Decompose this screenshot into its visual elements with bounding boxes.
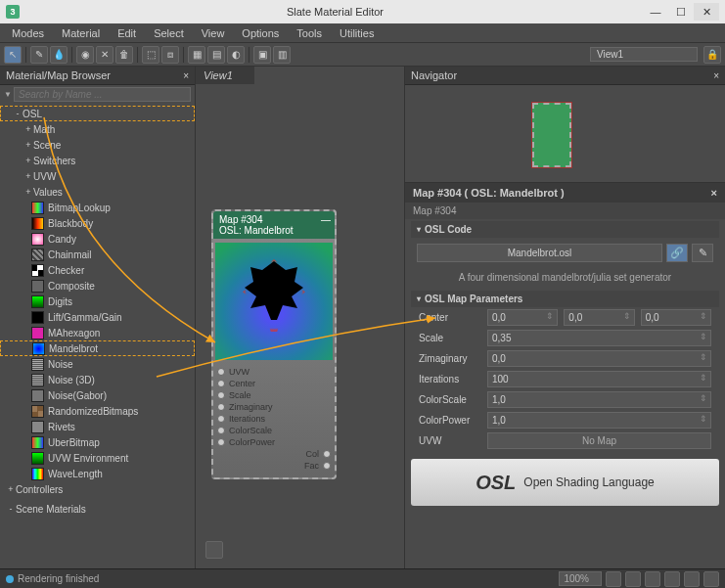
parent-icon[interactable]: ▣ bbox=[253, 46, 271, 64]
map-panel-close-icon[interactable]: × bbox=[711, 187, 717, 199]
menu-edit[interactable]: Edit bbox=[110, 25, 144, 41]
node-output-fac[interactable]: Fac bbox=[217, 460, 331, 472]
uvw-map-button[interactable]: No Map bbox=[487, 432, 711, 449]
tree-category-math[interactable]: +Math bbox=[0, 121, 195, 137]
node-input-zimaginary[interactable]: Zimaginary bbox=[217, 401, 331, 413]
map-panel-subtitle: Map #304 bbox=[405, 203, 725, 219]
node-input-uvw[interactable]: UVW bbox=[217, 366, 331, 378]
browser-close-icon[interactable]: × bbox=[183, 70, 189, 81]
tree-item-mahexagon[interactable]: MAhexagon bbox=[0, 325, 195, 340]
show-end-icon[interactable]: ▤ bbox=[207, 46, 225, 64]
show-map-icon[interactable]: ▦ bbox=[188, 46, 205, 64]
tree-category-values[interactable]: +Values bbox=[0, 184, 195, 200]
tree-item-bitmaplookup[interactable]: BitmapLookup bbox=[0, 200, 195, 215]
tree-item-uberbitmap[interactable]: UberBitmap bbox=[0, 434, 195, 450]
menu-options[interactable]: Options bbox=[234, 25, 287, 41]
zoom-icon[interactable] bbox=[625, 571, 641, 587]
scale-spinner[interactable]: 0,35 bbox=[487, 330, 711, 346]
menu-select[interactable]: Select bbox=[146, 25, 192, 41]
remove-icon[interactable]: ✕ bbox=[96, 46, 113, 64]
tree-item-chainmail[interactable]: Chainmail bbox=[0, 247, 195, 262]
search-options-icon[interactable]: ▼ bbox=[4, 90, 14, 99]
tree-item-checker[interactable]: Checker bbox=[0, 262, 195, 278]
param-center: Center 0,0 0,0 0,0 bbox=[411, 307, 719, 328]
tree-category-scene[interactable]: +Scene bbox=[0, 137, 195, 153]
menu-tools[interactable]: Tools bbox=[289, 25, 330, 41]
tree-category-switchers[interactable]: +Switchers bbox=[0, 153, 195, 168]
node-input-iterations[interactable]: Iterations bbox=[217, 413, 331, 425]
search-input[interactable] bbox=[14, 87, 191, 102]
tree-controllers[interactable]: +Controllers bbox=[0, 481, 195, 497]
tree-item-blackbody[interactable]: Blackbody bbox=[0, 215, 195, 231]
osl-params-rollout[interactable]: OSL Map Parameters bbox=[411, 291, 719, 307]
menu-material[interactable]: Material bbox=[54, 25, 108, 41]
tree-item-candy[interactable]: Candy bbox=[0, 231, 195, 247]
preview-icon[interactable]: ◐ bbox=[227, 46, 245, 64]
node-input-colorpower[interactable]: ColorPower bbox=[217, 436, 331, 448]
sample-icon[interactable]: 💧 bbox=[50, 46, 68, 64]
tree-item-noise3d[interactable]: Noise (3D) bbox=[0, 372, 195, 387]
tree-item-randomizedbitmaps[interactable]: RandomizedBitmaps bbox=[0, 403, 195, 419]
osl-edit-icon[interactable]: ✎ bbox=[692, 244, 713, 262]
maximize-button[interactable]: ☐ bbox=[668, 3, 694, 21]
tree-osl[interactable]: -OSL bbox=[0, 106, 195, 121]
iterations-spinner[interactable]: 100 bbox=[487, 371, 711, 387]
osl-filename-field[interactable]: Mandelbrot.osl bbox=[417, 244, 662, 262]
menu-modes[interactable]: Modes bbox=[4, 25, 52, 41]
select-tool-icon[interactable]: ↖ bbox=[4, 46, 22, 64]
layout-all-icon[interactable] bbox=[684, 571, 700, 587]
view-tab[interactable]: View1 bbox=[196, 67, 254, 84]
pan-icon[interactable] bbox=[606, 571, 621, 587]
navigator-close-icon[interactable]: × bbox=[713, 70, 719, 81]
pan-to-selected-icon[interactable] bbox=[703, 571, 719, 587]
osl-link-icon[interactable]: 🔗 bbox=[666, 244, 688, 262]
sibling-icon[interactable]: ▥ bbox=[273, 46, 291, 64]
node-input-scale[interactable]: Scale bbox=[217, 389, 331, 401]
pan-tool-icon[interactable] bbox=[205, 541, 223, 559]
zimaginary-spinner[interactable]: 0,0 bbox=[487, 350, 711, 367]
node-input-colorscale[interactable]: ColorScale bbox=[217, 425, 331, 436]
assign-icon[interactable]: ◉ bbox=[76, 46, 94, 64]
node-canvas[interactable]: Map #304 OSL: Mandelbrot — UVW Center Sc… bbox=[196, 84, 404, 568]
node-preview[interactable] bbox=[215, 243, 333, 360]
lock-icon[interactable]: 🔒 bbox=[703, 46, 721, 64]
zoom-region-icon[interactable] bbox=[645, 571, 660, 587]
center-y-spinner[interactable]: 0,0 bbox=[564, 309, 634, 326]
layout-icon[interactable]: ⧈ bbox=[161, 46, 179, 64]
colorscale-spinner[interactable]: 1,0 bbox=[487, 391, 711, 408]
zoom-dropdown[interactable]: 100% bbox=[559, 571, 602, 586]
center-x-spinner[interactable]: 0,0 bbox=[487, 309, 558, 326]
delete-icon[interactable]: 🗑 bbox=[115, 46, 133, 64]
tree-item-mandelbrot[interactable]: Mandelbrot bbox=[0, 340, 195, 356]
node-title[interactable]: Map #304 OSL: Mandelbrot — bbox=[213, 211, 335, 239]
tree-scene-materials[interactable]: -Scene Materials bbox=[0, 501, 195, 517]
tree-item-liftgammagain[interactable]: Lift/Gamma/Gain bbox=[0, 309, 195, 325]
tree-item-uvwenvironment[interactable]: UVW Environment bbox=[0, 450, 195, 466]
osl-description: A four dimensional mandelbrot/julia set … bbox=[411, 268, 719, 287]
menu-view[interactable]: View bbox=[194, 25, 233, 41]
node-view: View1 Map #304 OSL: Mandelbrot — UVW Cen… bbox=[196, 67, 404, 568]
osl-code-rollout[interactable]: OSL Code bbox=[411, 221, 719, 238]
map-node-mandelbrot[interactable]: Map #304 OSL: Mandelbrot — UVW Center Sc… bbox=[211, 209, 337, 479]
close-button[interactable]: ✕ bbox=[694, 3, 719, 21]
param-colorscale: ColorScale 1,0 bbox=[411, 389, 719, 410]
menu-utilities[interactable]: Utilities bbox=[332, 25, 382, 41]
tree-item-composite[interactable]: Composite bbox=[0, 278, 195, 294]
zoom-extents-icon[interactable] bbox=[664, 571, 680, 587]
node-minimize-icon[interactable]: — bbox=[321, 214, 331, 225]
center-z-spinner[interactable]: 0,0 bbox=[641, 309, 711, 326]
tree-item-digits[interactable]: Digits bbox=[0, 294, 195, 309]
node-output-col[interactable]: Col bbox=[217, 448, 331, 460]
move-children-icon[interactable]: ⬚ bbox=[142, 46, 159, 64]
tree-item-wavelength[interactable]: WaveLength bbox=[0, 466, 195, 481]
navigator-view[interactable] bbox=[405, 85, 725, 183]
tree-category-uvw[interactable]: +UVW bbox=[0, 168, 195, 184]
minimize-button[interactable]: — bbox=[643, 3, 668, 21]
tree-item-noise[interactable]: Noise bbox=[0, 356, 195, 372]
tree-item-noisegabor[interactable]: Noise(Gabor) bbox=[0, 387, 195, 403]
colorpower-spinner[interactable]: 1,0 bbox=[487, 412, 711, 429]
pick-material-icon[interactable]: ✎ bbox=[30, 46, 48, 64]
tree-item-rivets[interactable]: Rivets bbox=[0, 419, 195, 434]
view-dropdown[interactable]: View1 bbox=[590, 47, 698, 62]
node-input-center[interactable]: Center bbox=[217, 378, 331, 389]
